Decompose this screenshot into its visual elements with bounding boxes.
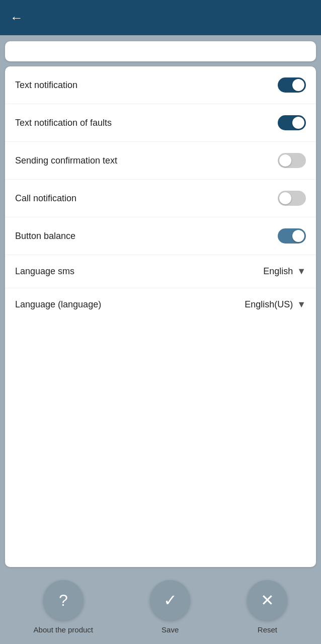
setting-label-call-notification: Call notification [15,193,76,204]
setting-row-language-language: Language (language)English(US)▼ [5,288,316,321]
bottom-bar: ?About the product✓Save✕Reset [0,572,321,644]
reset-icon: ✕ [247,580,287,620]
bottom-btn-reset[interactable]: ✕Reset [247,580,287,634]
setting-label-sending-confirmation-text: Sending confirmation text [15,155,117,166]
content-area: Text notificationText notification of fa… [0,35,321,572]
setting-row-text-notification-faults: Text notification of faults [5,104,316,142]
chevron-down-icon: ▼ [297,299,306,310]
bottom-btn-about-product[interactable]: ?About the product [34,580,93,634]
chevron-down-icon: ▼ [297,266,306,277]
setting-label-text-notification-faults: Text notification of faults [15,118,112,128]
setting-row-button-balance: Button balance [5,217,316,255]
save-label: Save [162,625,179,634]
setting-label-text-notification: Text notification [15,80,77,91]
setting-label-button-balance: Button balance [15,231,75,242]
product-card [5,41,316,61]
toggle-call-notification[interactable] [278,191,306,206]
dropdown-value-language-language: English(US) [245,299,293,310]
setting-row-text-notification: Text notification [5,66,316,104]
back-button[interactable]: ← [10,10,23,26]
dropdown-value-language-sms: English [263,266,293,277]
save-icon: ✓ [150,580,190,620]
setting-row-call-notification: Call notification [5,180,316,217]
about-product-icon: ? [43,580,84,620]
setting-row-language-sms: Language smsEnglish▼ [5,255,316,288]
setting-label-language-language: Language (language) [15,299,101,310]
toggle-text-notification[interactable] [278,77,306,93]
toggle-sending-confirmation-text[interactable] [278,153,306,168]
settings-card: Text notificationText notification of fa… [5,66,316,567]
dropdown-language-sms[interactable]: English▼ [263,266,306,277]
toggle-text-notification-faults[interactable] [278,115,306,130]
about-product-label: About the product [34,625,93,634]
dropdown-language-language[interactable]: English(US)▼ [245,299,306,310]
top-bar: ← [0,0,321,35]
reset-label: Reset [258,625,277,634]
bottom-btn-save[interactable]: ✓Save [150,580,190,634]
setting-label-language-sms: Language sms [15,266,74,277]
setting-row-sending-confirmation-text: Sending confirmation text [5,142,316,180]
toggle-button-balance[interactable] [278,228,306,244]
